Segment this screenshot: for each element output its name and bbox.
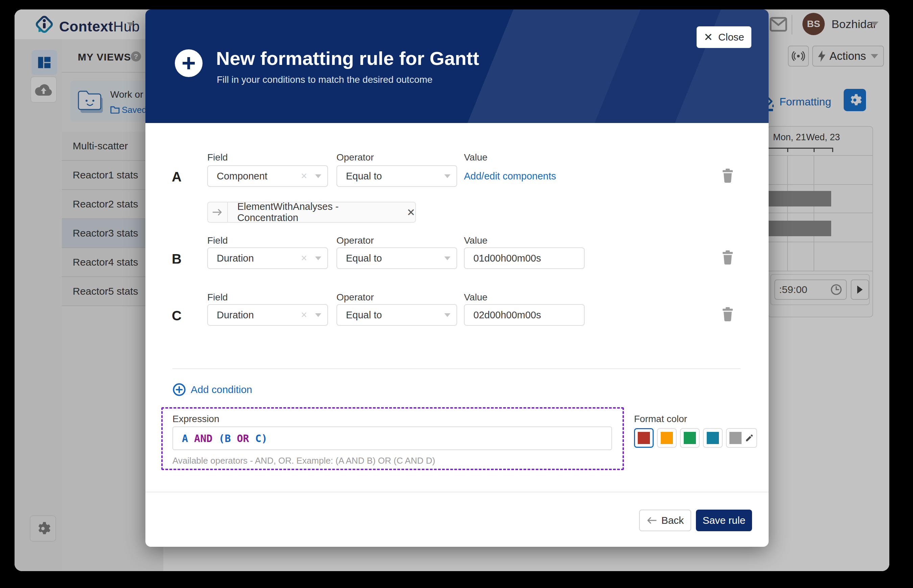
formatting-rule-modal: New formatting rule for Gantt Fill in yo… [146,10,769,547]
trash-icon [722,307,734,322]
expression-value: A AND (B OR C) [182,433,267,444]
select-caret-icon [315,174,321,178]
field-select-value: Duration [217,310,301,321]
save-rule-label: Save rule [703,515,746,526]
clear-icon[interactable]: × [301,309,307,321]
swatch-fill [729,432,741,444]
add-edit-components-link[interactable]: Add/edit components [464,171,556,182]
color-swatch-teal[interactable] [703,428,723,448]
clear-icon[interactable]: × [301,170,307,182]
operator-select-value: Equal to [346,310,444,321]
arrow-left-icon [646,516,657,525]
value-label: Value [464,292,487,303]
pencil-icon [745,434,754,443]
value-input[interactable]: 02d00h00m00s [464,304,584,326]
field-select-value: Duration [217,253,301,264]
select-caret-icon [444,257,450,260]
color-swatch-custom[interactable] [726,428,757,448]
add-condition-button[interactable]: Add condition [172,383,252,396]
field-select-value: Component [217,171,301,182]
delete-condition-button[interactable] [720,305,735,323]
section-divider [172,368,741,369]
chip-label: ElementWithAnalyses - Concentration [237,201,399,223]
value-input[interactable]: 01d00h00m00s [464,247,584,269]
operator-label: Operator [337,292,374,303]
modal-subtitle: Fill in your conditions to match the des… [217,74,432,85]
select-caret-icon [444,174,450,178]
swatch-fill [638,432,650,444]
delete-condition-button[interactable] [720,167,735,184]
select-caret-icon [315,313,321,317]
save-rule-button[interactable]: Save rule [696,510,752,531]
field-label: Field [207,292,228,303]
swatch-fill [684,432,696,444]
format-color-label: Format color [634,414,687,425]
circle-plus-icon [172,383,186,396]
condition-letter: A [172,169,181,184]
delete-condition-button[interactable] [720,249,735,266]
operator-label: Operator [337,235,374,246]
color-swatch-green[interactable] [680,428,699,448]
add-condition-label: Add condition [191,384,252,396]
color-swatch-orange[interactable] [657,428,677,448]
close-button[interactable]: ✕ Close [696,26,751,48]
value-label: Value [464,235,487,246]
trash-icon [722,250,734,265]
field-select[interactable]: Duration × [207,304,328,326]
footer-divider [146,492,769,493]
modal-header: New formatting rule for Gantt Fill in yo… [146,10,769,123]
condition-letter: C [172,308,181,323]
color-swatch-red[interactable] [634,428,654,448]
operator-select[interactable]: Equal to [337,247,457,269]
plus-badge-icon [175,49,202,77]
arrow-right-icon [212,208,222,216]
condition-letter: B [172,251,181,267]
expression-label: Expression [172,414,219,425]
expression-hint: Available operators - AND, OR. Example: … [172,456,435,466]
close-label: Close [718,31,744,43]
swatch-fill [661,432,673,444]
back-button[interactable]: Back [639,510,691,531]
swatch-fill [707,432,719,444]
field-select[interactable]: Duration × [207,247,328,269]
operator-select-value: Equal to [346,253,444,264]
trash-icon [722,168,734,183]
chip-remove-icon[interactable]: ✕ [407,207,415,218]
modal-title: New formatting rule for Gantt [216,47,479,69]
close-icon: ✕ [704,31,713,44]
operator-label: Operator [337,152,374,163]
clear-icon[interactable]: × [301,252,307,264]
component-chip: ElementWithAnalyses - Concentration ✕ [207,202,416,223]
select-caret-icon [315,257,321,260]
field-label: Field [207,235,228,246]
operator-select[interactable]: Equal to [337,165,457,187]
field-select[interactable]: Component × [207,165,328,187]
field-label: Field [207,152,228,163]
chip-arrow-segment [208,202,228,222]
operator-select-value: Equal to [346,171,444,182]
value-label: Value [464,152,487,163]
expression-input[interactable]: A AND (B OR C) [172,426,612,450]
operator-select[interactable]: Equal to [337,304,457,326]
back-label: Back [661,515,684,526]
select-caret-icon [444,313,450,317]
